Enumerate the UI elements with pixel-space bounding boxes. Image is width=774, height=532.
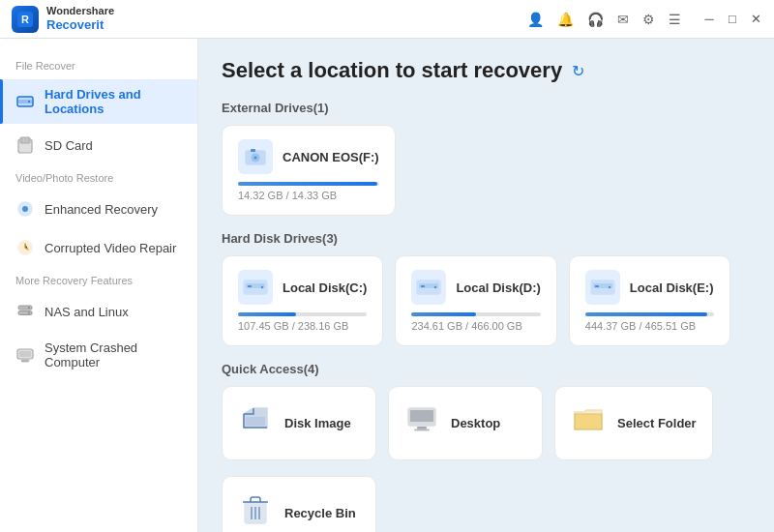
- drive-card-e[interactable]: Local Disk(E:) 444.37 GB / 465.51 GB: [569, 255, 730, 346]
- refresh-icon[interactable]: ↻: [572, 62, 584, 80]
- canon-progress-bg: [238, 182, 379, 186]
- drive-e-progress-fill: [585, 312, 707, 316]
- canon-drive-size: 14.32 GB / 14.33 GB: [238, 190, 337, 201]
- drive-card-inner: CANON EOS(F:): [238, 139, 379, 174]
- maximize-button[interactable]: □: [726, 13, 739, 26]
- notification-icon[interactable]: 🔔: [557, 12, 574, 27]
- svg-point-28: [261, 286, 263, 288]
- drive-c-progress-bg: [238, 312, 367, 316]
- user-icon[interactable]: 👤: [527, 12, 544, 27]
- mail-icon[interactable]: ✉: [617, 12, 629, 27]
- disk-image-label: Disk Image: [284, 416, 351, 430]
- canon-drive-name: CANON EOS(F:): [283, 150, 379, 164]
- external-drives-grid: CANON EOS(F:) 14.32 GB / 14.33 GB: [222, 125, 751, 216]
- svg-point-36: [609, 286, 610, 288]
- quick-access-header: Quick Access(4): [222, 362, 751, 376]
- close-button[interactable]: ✕: [749, 13, 762, 26]
- recycle-bin-icon: [238, 494, 273, 532]
- svg-point-32: [434, 286, 436, 288]
- svg-point-16: [28, 307, 30, 309]
- drive-c-name: Local Disk(C:): [283, 281, 367, 295]
- corrupted-video-icon: [15, 238, 35, 257]
- app-name: Wondershare Recoverit: [46, 5, 114, 33]
- sidebar-section-file-recover: File Recover: [0, 54, 197, 75]
- quick-access-grid: Disk Image Desktop: [222, 386, 751, 460]
- external-drives-header: External Drives(1): [222, 101, 751, 115]
- drive-e-icon: [585, 270, 620, 305]
- sidebar-item-sd-card[interactable]: SD Card: [0, 128, 197, 163]
- drive-e-inner: Local Disk(E:): [585, 270, 714, 305]
- svg-rect-23: [251, 149, 255, 152]
- svg-point-5: [28, 101, 30, 103]
- sidebar-item-system-crashed[interactable]: System Crashed Computer: [0, 333, 197, 377]
- svg-point-17: [28, 312, 30, 314]
- drive-c-size: 107.45 GB / 238.16 GB: [238, 320, 348, 332]
- enhanced-recovery-icon: [15, 199, 35, 219]
- app-logo: R: [12, 6, 39, 33]
- svg-rect-31: [421, 285, 425, 287]
- svg-text:R: R: [21, 14, 29, 25]
- quick-access-grid-2: Recycle Bin: [222, 476, 751, 532]
- drive-c-inner: Local Disk(C:): [238, 270, 367, 305]
- hard-drives-icon: [15, 92, 35, 111]
- menu-icon[interactable]: ☰: [669, 12, 681, 27]
- svg-rect-35: [595, 285, 599, 287]
- hard-drives-label: Hard Drives and Locations: [45, 87, 182, 116]
- desktop-label: Desktop: [451, 416, 500, 430]
- content-header: Select a location to start recovery ↻: [222, 58, 751, 83]
- minimize-button[interactable]: ─: [702, 13, 716, 26]
- sidebar: File Recover Hard Drives and Locations: [0, 39, 198, 532]
- svg-point-24: [254, 157, 257, 160]
- select-folder-label: Select Folder: [617, 416, 697, 430]
- sd-card-label: SD Card: [45, 138, 93, 153]
- drive-d-icon: [411, 270, 446, 305]
- sidebar-item-hard-drives[interactable]: Hard Drives and Locations: [0, 79, 197, 124]
- svg-rect-40: [417, 427, 427, 429]
- recycle-bin-label: Recycle Bin: [284, 506, 356, 520]
- svg-rect-19: [19, 351, 31, 357]
- svg-point-12: [22, 206, 28, 212]
- select-folder-icon: [571, 406, 606, 440]
- app-body: File Recover Hard Drives and Locations: [0, 39, 774, 532]
- qa-card-disk-image[interactable]: Disk Image: [222, 386, 376, 460]
- sidebar-item-corrupted-video[interactable]: Corrupted Video Repair: [0, 230, 197, 265]
- headset-icon[interactable]: 🎧: [587, 12, 604, 27]
- enhanced-recovery-label: Enhanced Recovery: [45, 202, 158, 217]
- page-title: Select a location to start recovery: [222, 58, 562, 83]
- qa-card-recycle-bin[interactable]: Recycle Bin: [222, 476, 376, 532]
- drive-e-size: 444.37 GB / 465.51 GB: [585, 320, 696, 332]
- nas-linux-icon: [15, 302, 35, 321]
- qa-card-select-folder[interactable]: Select Folder: [554, 386, 713, 460]
- camera-drive-icon: [238, 139, 273, 174]
- svg-rect-27: [248, 285, 252, 287]
- drive-c-icon: [238, 270, 273, 305]
- drive-d-inner: Local Disk(D:): [411, 270, 540, 305]
- drive-card-d[interactable]: Local Disk(D:) 234.61 GB / 466.00 GB: [395, 255, 556, 346]
- title-bar: R Wondershare Recoverit 👤 🔔 🎧 ✉ ⚙ ☰ ─ □ …: [0, 0, 774, 39]
- app-branding: R Wondershare Recoverit: [12, 5, 114, 33]
- qa-card-desktop[interactable]: Desktop: [388, 386, 543, 460]
- nas-linux-label: NAS and Linux: [45, 305, 129, 319]
- settings-icon[interactable]: ⚙: [642, 12, 655, 27]
- drive-card-canon[interactable]: CANON EOS(F:) 14.32 GB / 14.33 GB: [222, 125, 396, 216]
- desktop-icon: [404, 404, 439, 442]
- drive-d-name: Local Disk(D:): [456, 281, 540, 295]
- system-crashed-label: System Crashed Computer: [45, 340, 182, 369]
- canon-progress-fill: [238, 182, 377, 186]
- window-controls: ─ □ ✕: [702, 13, 762, 26]
- drive-d-progress-fill: [411, 312, 476, 316]
- drive-e-progress-bg: [585, 312, 714, 316]
- sd-card-icon: [15, 135, 35, 155]
- disk-image-icon: [238, 404, 273, 442]
- drive-c-progress-fill: [238, 312, 296, 316]
- drive-d-progress-bg: [411, 312, 540, 316]
- content-area: Select a location to start recovery ↻ Ex…: [198, 39, 774, 532]
- drive-card-c[interactable]: Local Disk(C:) 107.45 GB / 238.16 GB: [222, 255, 383, 346]
- sidebar-section-video-photo: Video/Photo Restore: [0, 166, 197, 188]
- drive-e-name: Local Disk(E:): [630, 281, 714, 295]
- sidebar-item-enhanced-recovery[interactable]: Enhanced Recovery: [0, 192, 197, 226]
- title-bar-icons: 👤 🔔 🎧 ✉ ⚙ ☰ ─ □ ✕: [527, 12, 762, 27]
- svg-rect-37: [246, 417, 265, 426]
- svg-rect-20: [21, 360, 29, 362]
- sidebar-item-nas-linux[interactable]: NAS and Linux: [0, 294, 197, 329]
